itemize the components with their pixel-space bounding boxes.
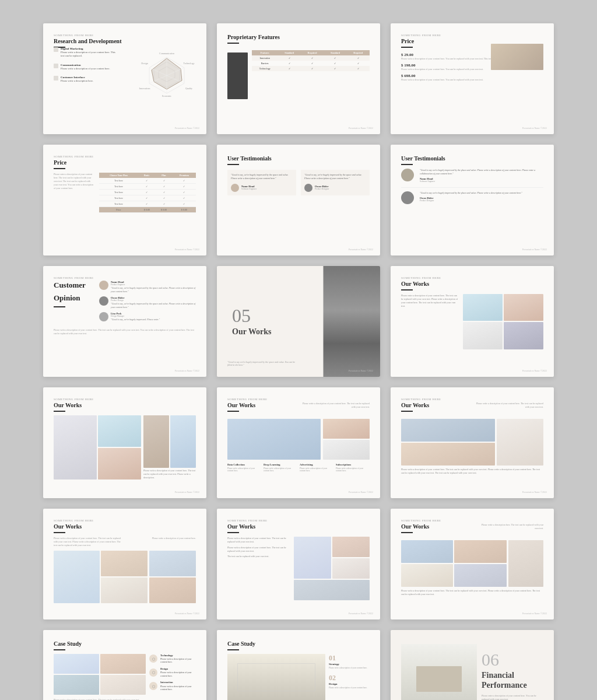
slide-label-12: Something from here <box>401 398 543 401</box>
opinion-list: Name Head Product Engineer "Good to say,… <box>99 281 196 325</box>
arch-img-r2 <box>170 415 196 468</box>
svg-text:Technology: Technology <box>184 62 195 65</box>
slide-title-5: User Testimonials <box>227 155 370 162</box>
opinion-text-2: Oscar Rider Product Design "Good to say,… <box>111 296 196 309</box>
cs-text-2: Design Please write a description of you… <box>160 667 196 677</box>
works-right-text-13: Please write a description of your conte… <box>126 537 196 540</box>
financial-image <box>401 644 477 700</box>
arch-m2 <box>332 537 370 557</box>
categories-11: Data Collection Please write a descripti… <box>227 463 370 473</box>
cs-number-2: 02 Design Please write a description of … <box>329 674 370 690</box>
arch-n5 <box>508 540 543 587</box>
financial-title: FinancialPerformance <box>482 671 543 691</box>
works-desc-9: Please enter a description of your conte… <box>401 294 459 349</box>
arch-sm-a <box>101 551 147 576</box>
works-text-15: Please write a description of your conte… <box>401 589 543 596</box>
opinion-avatar-3 <box>99 312 108 321</box>
page-num-12: Presentation Name ©2022 <box>522 491 547 494</box>
author-avatar-2 <box>304 184 312 192</box>
slide-title-7a: Customer <box>54 281 94 290</box>
case-study-2-right: 01 Strategy Please write a description o… <box>329 654 370 701</box>
page-num-5: Presentation Name ©2022 <box>349 248 373 251</box>
case-study-quote: Please write a description of your conte… <box>54 698 146 701</box>
page-num-1: Presentation Name ©2022 <box>175 127 199 130</box>
testimonials-box: "Good to say, we're hugely impressed by … <box>227 170 370 195</box>
works-images-9 <box>463 294 543 349</box>
slide-title-10: Our Works <box>54 402 196 408</box>
works-images-14 <box>294 537 370 601</box>
price-left-desc: Please enter a description of your conte… <box>54 173 94 213</box>
works-text-14b: Please write a description of your conte… <box>227 546 292 553</box>
price-image <box>491 44 543 70</box>
page-num-9: Presentation Name ©2022 <box>522 369 547 372</box>
slide-label-3: Something from here <box>401 34 543 37</box>
slide-title-14: Our Works <box>227 523 370 530</box>
page-num-6: Presentation Name ©2022 <box>522 248 547 251</box>
slide-title-7b: Opinion <box>54 293 94 303</box>
testimonial-role-2: Product Designer <box>420 200 543 202</box>
opinion-role-3: Design Manager <box>111 315 196 317</box>
testimonial-role-1: Software Engineer <box>420 180 543 183</box>
slide-title-6: User Testimonials <box>401 155 543 162</box>
arch-m4 <box>294 580 370 600</box>
svg-text:Communication: Communication <box>159 52 174 55</box>
arch-r2 <box>401 443 495 466</box>
slide-our-works-3: Something from here Our Works Please wri… <box>217 387 380 498</box>
works-right-desc-12: Please write a description of your conte… <box>473 402 543 409</box>
works-right-desc-11: Please write a description of your conte… <box>300 402 370 409</box>
arch-img-3 <box>463 322 503 349</box>
financial-text-block: 06 FinancialPerformance Please enter a d… <box>482 651 543 700</box>
works-text-10: Please write a description of your conte… <box>143 469 196 480</box>
page-num-8: Presentation Name ©2022 <box>349 369 373 372</box>
slide-financial: 06 FinancialPerformance Please enter a d… <box>391 630 554 700</box>
page-num-14: Presentation Name ©2022 <box>349 612 373 615</box>
slide-label-13: Something from here <box>54 519 196 522</box>
cat-3: Advertising Please write a description o… <box>300 463 333 473</box>
section-title-8: Our Works <box>232 327 370 337</box>
price-table: Choose Your PlanBasicPlusPremium Text he… <box>99 173 196 213</box>
arch-img-4 <box>504 322 543 349</box>
testimonial-quote-2: "Good to say we're hugely impressed by t… <box>420 191 543 195</box>
arch-n3 <box>401 564 453 587</box>
slide-case-study-1: Case Study Please write a description of… <box>43 630 206 700</box>
opinion-role-1: Product Engineer <box>111 284 196 286</box>
author-title-2: Product Designer <box>315 188 329 190</box>
slide-price-2: Something from here Price Please enter a… <box>43 145 206 256</box>
feature-text-2: Communication Please write a description… <box>61 63 110 71</box>
arch-sm-r2 <box>323 440 370 460</box>
slide-title-16: Case Study <box>54 640 196 647</box>
works-images-10 <box>54 415 141 480</box>
cs-img-4 <box>100 675 146 695</box>
opinion-text-3: Lisa Peck Design Manager "Good to say, w… <box>111 312 196 321</box>
slide-price-1: Something from here Price $ 29.00 Please… <box>391 23 554 134</box>
slide-label-11: Something from here <box>227 398 370 401</box>
slide-testimonials-1: User Testimonials "Good to say, we're hu… <box>217 145 380 256</box>
cs-text-1: Technology Please write a description of… <box>160 654 196 664</box>
financial-quote: Please enter a description of your conte… <box>482 694 543 700</box>
works-right-10: Please write a description of your conte… <box>143 415 196 480</box>
testimonial-content-2: "Good to say we're hugely impressed by t… <box>420 191 543 204</box>
case-study-features: ⬡ Technology Please write a description … <box>149 654 196 701</box>
testimonial-content-1: "Good to say we're hugely impressed by t… <box>420 169 543 183</box>
slide-label-9: Something from here <box>401 276 543 279</box>
page-num-7: Presentation Name ©2022 <box>175 369 199 372</box>
cs-icon-3: ⬡ <box>149 682 157 690</box>
slide-title-11: Our Works <box>227 402 255 408</box>
slide-our-works-4: Something from here Our Works Please wri… <box>391 387 554 498</box>
testimonial-card-2: "Good to say, we're hugely impressed by … <box>301 170 370 195</box>
slide-our-works-1: Something from here Our Works Please ent… <box>391 266 554 377</box>
slide-title-9: Our Works <box>401 281 543 287</box>
arch-col-img <box>54 415 97 480</box>
slide-label-7: Something from here <box>54 276 196 279</box>
cs-item-3: ⬡ Interaction Please write a description… <box>149 681 196 691</box>
price-entry-3: $ 698.00 Please write a description of y… <box>401 74 543 81</box>
testimonial-avatar-lg-1 <box>401 169 414 181</box>
feature-image <box>227 52 248 99</box>
opinion-title-block: Customer Opinion <box>54 281 94 311</box>
testimonial-author-2: Oscar Rider Product Designer <box>304 184 366 192</box>
svg-text:Design: Design <box>141 62 148 65</box>
slide-title-2: Proprietary Features <box>227 34 370 40</box>
arch-img-1 <box>463 294 503 321</box>
arch-img-r1 <box>143 415 169 468</box>
page-num-4: Presentation Name ©2022 <box>175 248 199 251</box>
